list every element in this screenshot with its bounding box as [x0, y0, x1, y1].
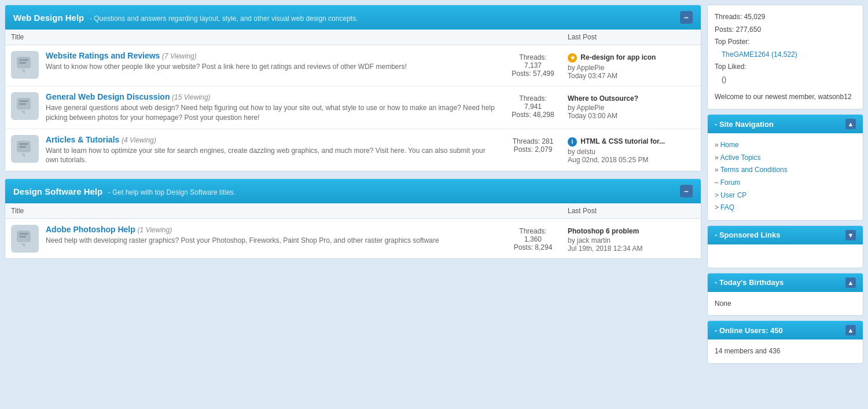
birthdays-content: None — [715, 300, 731, 308]
svg-marker-7 — [21, 111, 25, 115]
nav-faq: FAQ — [715, 202, 856, 214]
forum-row-articles-tutorials: Articles & Tutorials (4 Viewing) Want to… — [5, 129, 701, 171]
collapse-sponsored-button[interactable]: ▼ — [845, 230, 856, 240]
forum-stats-articles-tutorials: Threads: 281 Posts: 2,079 — [498, 135, 568, 154]
svg-rect-9 — [19, 143, 28, 145]
forum-info-articles-tutorials: Articles & Tutorials (4 Viewing) Want to… — [46, 135, 498, 166]
forum-info-website-ratings: Website Ratings and Reviews (7 Viewing) … — [46, 51, 498, 72]
forum-link-general-web-design[interactable]: General Web Design Discussion — [46, 92, 170, 101]
forum-desc-website-ratings: Want to know how other people like your … — [46, 62, 498, 72]
svg-marker-11 — [21, 154, 25, 158]
forum-lastpost-articles-tutorials: i HTML & CSS tutorial for... by delstu A… — [568, 135, 695, 164]
design-software-help-section: Design Software Help - Get help with top… — [5, 178, 701, 259]
viewing-count-general-web-design: (15 Viewing) — [172, 93, 210, 101]
todays-birthdays-title: - Today's Birthdays — [715, 278, 784, 287]
collapse-online-users-button[interactable]: ▲ — [845, 325, 856, 335]
todays-birthdays-box: - Today's Birthdays ▲ None — [707, 273, 863, 316]
forum-desc-adobe-photoshop: Need help with developing raster graphic… — [46, 236, 498, 246]
sponsored-links-box: - Sponsored Links ▼ — [707, 225, 863, 268]
collapse-birthdays-button[interactable]: ▲ — [845, 277, 856, 288]
forum-icon-adobe-photoshop — [11, 225, 39, 253]
top-liked-value: () — [715, 74, 856, 86]
forum-stats-website-ratings: Threads: 7,137 Posts: 57,499 — [498, 51, 568, 78]
todays-birthdays-body: None — [708, 292, 863, 315]
svg-rect-5 — [19, 100, 28, 102]
section-header-design-software: Design Software Help - Get help with top… — [5, 179, 701, 203]
viewing-count-articles-tutorials: (4 Viewing) — [122, 136, 156, 144]
forum-link-adobe-photoshop[interactable]: Adobe Photoshop Help — [46, 225, 135, 234]
collapse-site-nav-button[interactable]: ▲ — [845, 119, 856, 129]
top-liked-label: Top Liked: — [715, 61, 856, 74]
online-users-content: 14 members and 436 — [715, 347, 780, 355]
forum-stats-general-web-design: Threads: 7,941 Posts: 48,298 — [498, 92, 568, 119]
forum-desc-articles-tutorials: Want to learn how to optimize your site … — [46, 146, 498, 166]
col-headers-design-software: Title Last Post — [5, 203, 701, 219]
svg-rect-14 — [19, 236, 26, 238]
main-content: Web Design Help - Questions and answers … — [5, 5, 701, 364]
nav-forum: Forum — [715, 177, 856, 189]
threads-stat: Threads: 45,029 — [715, 11, 856, 24]
online-users-header: - Online Users: 450 ▲ — [708, 321, 863, 339]
section-header-web-design: Web Design Help - Questions and answers … — [5, 5, 701, 30]
forum-info-general-web-design: General Web Design Discussion (15 Viewin… — [46, 92, 498, 123]
viewing-count-website-ratings: (7 Viewing) — [162, 52, 197, 60]
section-title-web-design: Web Design Help — [13, 13, 84, 23]
section-title-design-software: Design Software Help — [13, 187, 102, 196]
nav-home: Home — [715, 139, 856, 152]
forum-lastpost-general-web-design: Where to Outsource? by ApplePie Today 03… — [568, 92, 695, 120]
svg-rect-1 — [19, 59, 28, 61]
site-navigation-box: - Site Navigation ▲ Home Active Topics T… — [707, 114, 863, 221]
site-navigation-title: - Site Navigation — [715, 120, 774, 129]
forum-lastpost-adobe-photoshop: Photoshop 6 problem by jack martin Jul 1… — [568, 225, 695, 253]
forum-desc-general-web-design: Have general questions about web design?… — [46, 103, 498, 123]
site-navigation-header: - Site Navigation ▲ — [708, 115, 863, 133]
forum-info-adobe-photoshop: Adobe Photoshop Help (1 Viewing) Need he… — [46, 225, 498, 246]
forum-stats-adobe-photoshop: Threads: 1,360 Posts: 8,294 — [498, 225, 568, 251]
sponsored-links-header: - Sponsored Links ▼ — [708, 226, 863, 244]
viewing-count-adobe-photoshop: (1 Viewing) — [137, 226, 172, 234]
section-desc-design-software: - Get help with top Design Software titl… — [108, 188, 236, 196]
nav-user-cp: User CP — [715, 189, 856, 202]
forum-lastpost-website-ratings: ★ Re-design for app icon by ApplePie Tod… — [568, 51, 695, 80]
col-title-label: Title — [11, 33, 498, 41]
forum-row-adobe-photoshop: Adobe Photoshop Help (1 Viewing) Need he… — [5, 219, 701, 258]
online-users-box: - Online Users: 450 ▲ 14 members and 436 — [707, 320, 863, 363]
forum-icon-website-ratings — [11, 51, 39, 79]
top-poster-link[interactable]: TheGAME1264 (14,522) — [722, 50, 797, 59]
svg-marker-15 — [21, 243, 25, 247]
online-users-title: - Online Users: 450 — [715, 326, 783, 335]
stats-box: Threads: 45,029 Posts: 277,650 Top Poste… — [707, 5, 863, 109]
online-users-body: 14 members and 436 — [708, 339, 863, 363]
section-desc-web-design: - Questions and answers regarding layout… — [90, 14, 358, 23]
sidebar: Threads: 45,029 Posts: 277,650 Top Poste… — [707, 5, 863, 364]
forum-row-general-web-design: General Web Design Discussion (15 Viewin… — [5, 86, 701, 129]
forum-icon-general-web-design — [11, 92, 39, 120]
forum-link-articles-tutorials[interactable]: Articles & Tutorials — [46, 135, 119, 144]
col-headers-web-design: Title Last Post — [5, 30, 701, 45]
svg-rect-10 — [19, 146, 26, 148]
forum-link-website-ratings[interactable]: Website Ratings and Reviews — [46, 51, 160, 60]
sponsored-links-body — [708, 244, 863, 268]
forum-row-website-ratings: Website Ratings and Reviews (7 Viewing) … — [5, 45, 701, 86]
svg-rect-2 — [19, 62, 26, 64]
col-lastpost-design-label: Last Post — [568, 207, 695, 215]
posts-stat: Posts: 277,650 — [715, 24, 856, 36]
top-poster-label: Top Poster: — [715, 36, 856, 49]
sponsored-links-title: - Sponsored Links — [715, 231, 780, 239]
collapse-web-design-button[interactable]: – — [680, 11, 693, 24]
collapse-design-software-button[interactable]: – — [680, 185, 693, 198]
forum-icon-articles-tutorials — [11, 135, 39, 163]
col-lastpost-label: Last Post — [568, 33, 695, 41]
lastpost-icon-gold: ★ — [568, 53, 577, 63]
newest-member-text: Welcome to our newest member, watsonb12 — [715, 91, 856, 104]
todays-birthdays-header: - Today's Birthdays ▲ — [708, 273, 863, 292]
nav-active-topics: Active Topics — [715, 152, 856, 165]
nav-terms: Terms and Conditions — [715, 164, 856, 177]
lastpost-icon-blue: i — [568, 137, 577, 147]
svg-rect-6 — [19, 103, 26, 105]
svg-marker-3 — [21, 70, 25, 74]
web-design-help-section: Web Design Help - Questions and answers … — [5, 5, 701, 171]
site-navigation-body: Home Active Topics Terms and Conditions … — [708, 133, 863, 220]
svg-rect-13 — [19, 233, 28, 235]
col-title-design-label: Title — [11, 207, 498, 215]
